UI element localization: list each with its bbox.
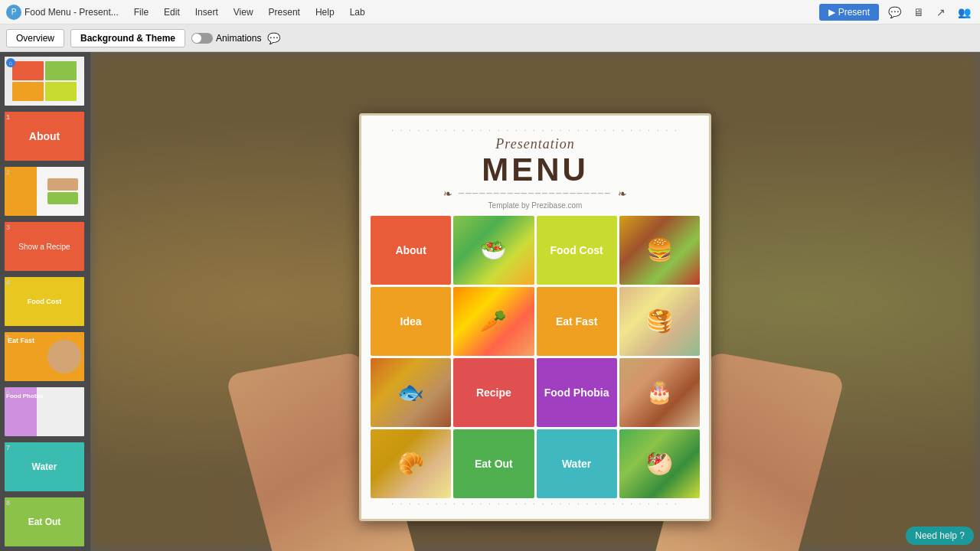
menu-edit[interactable]: Edit <box>161 5 183 19</box>
present-button[interactable]: ▶ Present <box>819 4 879 21</box>
comment-icon[interactable]: 💬 <box>267 32 280 44</box>
slide-5-label: Eat Fast <box>5 381 84 383</box>
grid-cell-cake: 🎂 <box>619 358 700 427</box>
card-template-text: Template by Prezibase.com <box>371 201 700 210</box>
thumb-overview-bg: ⌂ <box>5 57 84 106</box>
slide-thumb-overview-label: Overview <box>5 106 84 107</box>
thumb-2-bg: 2 <box>5 167 84 216</box>
slide-num-7: 7 <box>6 444 10 452</box>
card-border-bottom: · · · · · · · · · · · · · · · · · · · · … <box>371 498 700 510</box>
grid-cell-recipe[interactable]: Recipe <box>453 358 534 427</box>
thumb-6-bg: 6 Food Phobia <box>5 387 84 436</box>
slide-8-label: Eat Out <box>5 546 84 548</box>
thumb-8-bg: 8 Eat Out <box>5 497 84 546</box>
main-layout: ⌂ Overview 1 About About 2 <box>0 52 980 551</box>
slide-6-label: Food Phobia <box>5 436 84 438</box>
grid-cell-fish: 🐟 <box>371 358 451 427</box>
grid-cell-greenplate: 🥙 <box>619 429 700 498</box>
slide-thumb-7[interactable]: 7 Water Water <box>3 441 86 493</box>
grid-cell-foodphobia[interactable]: Food Phobia <box>537 358 617 427</box>
animations-switch[interactable] <box>191 33 213 44</box>
overview-tab[interactable]: Overview <box>6 29 64 47</box>
menu-present[interactable]: Present <box>266 5 303 19</box>
card-border-top: · · · · · · · · · · · · · · · · · · · · … <box>371 125 700 136</box>
slide-num-6: 6 <box>6 389 10 396</box>
topbar-right: ▶ Present 💬 🖥 ↗ 👥 <box>819 4 974 21</box>
menu-help[interactable]: Help <box>312 5 338 19</box>
overview-badge: ⌂ <box>6 58 15 67</box>
slide-num-1: 1 <box>6 113 10 121</box>
grid-cell-croissant: 🥐 <box>371 429 451 498</box>
slide-num-3: 3 <box>6 223 10 231</box>
app-logo: P Food Menu - Present... <box>6 5 119 20</box>
grid-cell-foodcost[interactable]: Food Cost <box>537 216 617 285</box>
slide-thumb-overview[interactable]: ⌂ Overview <box>3 55 86 107</box>
menu-insert[interactable]: Insert <box>192 5 221 19</box>
menu-lab[interactable]: Lab <box>347 5 368 19</box>
card-title-big: MENU <box>371 154 700 186</box>
menu-grid: About 🥗 Food Cost 🍔 Idea 🥕 <box>371 216 700 498</box>
slide-num-5: 5 <box>6 334 10 341</box>
grid-cell-water[interactable]: Water <box>537 429 617 498</box>
card-decorative: ❧ ────────────────────── ❧ <box>371 187 700 200</box>
grid-cell-eatout[interactable]: Eat Out <box>453 429 534 498</box>
share-icon-btn[interactable]: ↗ <box>933 5 949 20</box>
canvas-area: · · · · · · · · · · · · · · · · · · · · … <box>90 52 980 551</box>
slide-thumb-6[interactable]: 6 Food Phobia Food Phobia <box>3 386 86 438</box>
prezi-logo-icon: P <box>6 5 21 20</box>
menu-file[interactable]: File <box>131 5 152 19</box>
slide-num-4: 4 <box>6 279 10 286</box>
slide-4-label: Food Cost <box>5 326 84 328</box>
menubar: File Edit Insert View Present Help Lab <box>131 5 368 19</box>
grid-cell-salad: 🥗 <box>453 216 534 285</box>
grid-cell-burger: 🍔 <box>619 216 700 285</box>
toggle-knob <box>192 34 201 43</box>
pancakes-photo: 🥞 <box>619 287 700 356</box>
screen-icon-btn[interactable]: 🖥 <box>910 5 927 20</box>
user-icon-btn[interactable]: 👥 <box>955 5 974 20</box>
overview-mini-grid <box>12 61 76 100</box>
comment-icon-btn[interactable]: 💬 <box>885 5 904 20</box>
grid-cell-eatfast[interactable]: Eat Fast <box>537 287 617 356</box>
slide-7-label: Water <box>5 491 84 493</box>
slide-1-label: About <box>5 161 84 162</box>
greenplate-photo: 🥙 <box>619 429 700 498</box>
menu-view[interactable]: View <box>230 5 256 19</box>
card-title-italic: Presentation <box>371 136 700 152</box>
thumb-4-bg: 4 Food Cost <box>5 277 84 326</box>
grid-cell-about[interactable]: About <box>371 216 451 285</box>
secondbar: Overview Background & Theme Animations 💬 <box>0 24 980 52</box>
slide-thumb-5[interactable]: 5 Eat Fast Eat Fast <box>3 331 86 383</box>
slide-thumb-2[interactable]: 2 Idea <box>3 165 86 217</box>
thumb-3-bg: 3 Show a Recipe <box>5 222 84 271</box>
topbar: P Food Menu - Present... File Edit Inser… <box>0 0 980 24</box>
app-title: Food Menu - Present... <box>24 7 119 18</box>
thumb-7-bg: 7 Water <box>5 442 84 491</box>
fish-photo: 🐟 <box>371 358 451 427</box>
croissant-photo: 🥐 <box>371 429 451 498</box>
grid-cell-pancakes: 🥞 <box>619 287 700 356</box>
slide-thumb-8[interactable]: 8 Eat Out Eat Out <box>3 496 86 548</box>
animations-toggle[interactable]: Animations <box>191 33 261 44</box>
thumb-5-img <box>47 340 81 373</box>
menu-card-header: Presentation MENU ❧ ────────────────────… <box>371 136 700 210</box>
slide-num-8: 8 <box>6 499 10 507</box>
slide-2-label: Idea <box>5 216 84 217</box>
carrots-photo: 🥕 <box>453 287 534 356</box>
burger-photo: 🍔 <box>619 216 700 285</box>
menu-card: · · · · · · · · · · · · · · · · · · · · … <box>359 113 711 521</box>
grid-cell-idea[interactable]: Idea <box>371 287 451 356</box>
slide-thumb-1[interactable]: 1 About About <box>3 110 86 162</box>
need-help-button[interactable]: Need help ? <box>906 527 974 545</box>
thumb-5-bg: 5 Eat Fast <box>5 332 84 381</box>
slides-sidebar: ⌂ Overview 1 About About 2 <box>0 52 90 551</box>
slide-thumb-4[interactable]: 4 Food Cost Food Cost <box>3 276 86 328</box>
grid-cell-carrots: 🥕 <box>453 287 534 356</box>
thumb-2-images <box>47 178 78 204</box>
slide-thumb-3[interactable]: 3 Show a Recipe Recipe <box>3 220 86 272</box>
cake-photo: 🎂 <box>619 358 700 427</box>
slide-num-2: 2 <box>6 168 10 176</box>
background-theme-tab[interactable]: Background & Theme <box>70 29 185 47</box>
thumb-1-bg: 1 About <box>5 112 84 161</box>
salad-photo: 🥗 <box>453 216 534 285</box>
